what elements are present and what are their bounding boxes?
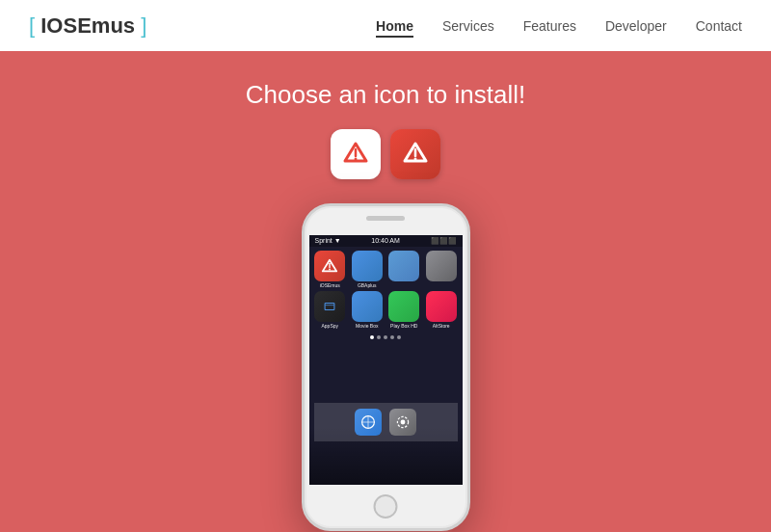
phone-speaker xyxy=(366,216,405,221)
svg-point-14 xyxy=(401,420,406,425)
app-label-altstore: AltStore xyxy=(433,323,450,329)
safari-icon-svg xyxy=(360,414,376,430)
nav-links: Home Services Features Developer Contact xyxy=(376,17,742,35)
iosemu-logo-white-icon xyxy=(341,140,370,169)
app-cell-8: AltStore xyxy=(424,291,459,329)
page-dots xyxy=(309,332,463,342)
main-content: Choose an icon to install! xyxy=(0,51,771,531)
nav-item-contact[interactable]: Contact xyxy=(696,17,742,35)
nav-link-developer[interactable]: Developer xyxy=(605,18,667,34)
app-cell-5: AppSpy xyxy=(313,291,348,329)
app-label-moviebox: Movie Box xyxy=(356,323,378,329)
logo: [ IOSEmus ] xyxy=(29,13,146,39)
app-cell-4 xyxy=(424,251,459,288)
icon-choices xyxy=(331,129,440,179)
svg-point-2 xyxy=(355,158,358,161)
svg-point-5 xyxy=(414,158,417,161)
icon-choice-red[interactable] xyxy=(390,129,440,179)
app-label-appspy: AppSpy xyxy=(321,323,338,329)
nav-item-services[interactable]: Services xyxy=(442,17,494,35)
phone-screen: Sprint ▼ 10:40 AM ⬛⬛⬛ xyxy=(309,235,463,485)
iosemu-app-icon xyxy=(321,257,338,275)
logo-text: IOSEmus xyxy=(40,13,141,38)
nav-item-home[interactable]: Home xyxy=(376,17,413,35)
svg-rect-9 xyxy=(325,304,334,310)
settings-icon-svg xyxy=(395,414,411,430)
logo-bracket-right: ] xyxy=(141,13,146,38)
app-grid: iOSEmus GBAplus xyxy=(309,247,463,332)
app-cell-1: iOSEmus xyxy=(313,251,348,288)
app-label-ubaqua: GBAplus xyxy=(358,282,377,288)
app-label-iosemu: iOSEmus xyxy=(320,282,340,288)
battery-text: ⬛⬛⬛ xyxy=(431,237,457,245)
svg-point-8 xyxy=(329,269,331,271)
phone-body: Sprint ▼ 10:40 AM ⬛⬛⬛ xyxy=(302,203,470,531)
phone-mockup: Sprint ▼ 10:40 AM ⬛⬛⬛ xyxy=(302,203,470,531)
dock-icon-settings xyxy=(389,409,416,436)
app-icon-playbox xyxy=(388,291,419,322)
dark-app-icon-svg xyxy=(323,300,336,313)
app-cell-7: Play Box HD xyxy=(387,291,422,329)
nav-link-features[interactable]: Features xyxy=(523,18,576,34)
app-cell-2: GBAplus xyxy=(350,251,385,288)
status-bar: Sprint ▼ 10:40 AM ⬛⬛⬛ xyxy=(309,235,463,247)
phone-home-button[interactable] xyxy=(374,494,398,519)
app-icon-altstore xyxy=(426,291,457,322)
dot-4 xyxy=(390,335,394,339)
dot-1 xyxy=(370,335,374,339)
icon-choice-white[interactable] xyxy=(331,129,381,179)
dot-5 xyxy=(397,335,401,339)
dot-3 xyxy=(384,335,387,339)
logo-bracket-left: [ xyxy=(29,13,35,38)
app-cell-3 xyxy=(387,251,422,288)
app-icon-moviebox xyxy=(352,291,383,322)
headline: Choose an icon to install! xyxy=(246,80,526,110)
time-text: 10:40 AM xyxy=(371,237,400,245)
app-cell-6: Movie Box xyxy=(350,291,385,329)
phone-dock xyxy=(314,403,458,441)
nav-link-home[interactable]: Home xyxy=(376,18,413,38)
nav-link-contact[interactable]: Contact xyxy=(696,18,742,34)
iosemu-logo-red-icon xyxy=(401,140,430,169)
dock-icon-safari xyxy=(355,409,382,436)
carrier-text: Sprint ▼ xyxy=(315,237,341,245)
dot-2 xyxy=(377,335,381,339)
nav-item-developer[interactable]: Developer xyxy=(605,17,667,35)
app-icon-iosemu xyxy=(314,251,345,281)
app-icon-gray xyxy=(426,251,457,281)
app-icon-blue2 xyxy=(388,251,419,281)
nav-link-services[interactable]: Services xyxy=(442,18,494,34)
app-label-playbox: Play Box HD xyxy=(390,323,417,329)
nav-item-features[interactable]: Features xyxy=(523,17,576,35)
app-icon-dark xyxy=(314,291,345,322)
app-icon-ubaqua xyxy=(352,251,383,281)
navigation: [ IOSEmus ] Home Services Features Devel… xyxy=(0,0,771,51)
